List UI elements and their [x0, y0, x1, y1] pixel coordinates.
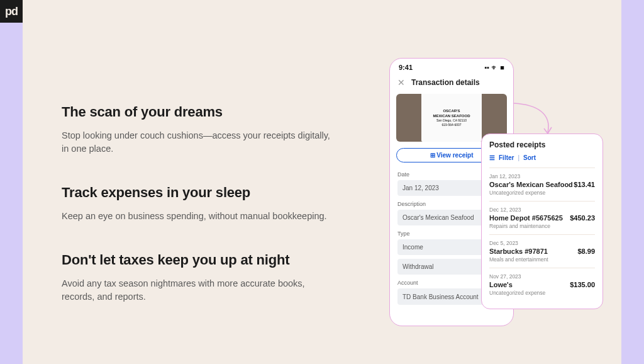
- section-body: Stop looking under couch cushions—access…: [62, 129, 332, 156]
- close-icon: ✕: [397, 77, 405, 88]
- receipt-amount: $13.41: [574, 181, 595, 188]
- receipt-name: Starbucks #97871: [489, 247, 548, 255]
- page-card: The scan of your dreams Stop looking und…: [23, 0, 621, 364]
- phone-title: Transaction details: [411, 78, 480, 87]
- section-track: Track expenses in your sleep Keep an eye…: [62, 185, 332, 223]
- arrow-swoop-icon: [510, 101, 557, 139]
- section-heading: The scan of your dreams: [62, 104, 332, 120]
- section-body: Keep an eye on business spending, withou…: [62, 210, 332, 223]
- receipt-date: Dec 5, 2023: [489, 240, 595, 246]
- filter-label: Filter: [499, 154, 514, 161]
- receipt-name: Lowe's: [489, 281, 513, 288]
- sort-label: Sort: [523, 154, 536, 161]
- receipt-amount: $135.00: [570, 281, 595, 288]
- status-icons: ▪▪ ᯤ ■: [484, 64, 504, 71]
- filter-icon: ☰: [489, 154, 495, 161]
- receipt-category: Uncategorized expense: [489, 290, 595, 296]
- section-scan: The scan of your dreams Stop looking und…: [62, 104, 332, 156]
- section-heading: Track expenses in your sleep: [62, 185, 332, 201]
- receipt-category: Repairs and maintenance: [489, 223, 595, 229]
- receipt-date: Nov 27, 2023: [489, 273, 595, 280]
- receipt-item: Dec 5, 2023 Starbucks #97871 $8.99 Meals…: [489, 234, 595, 268]
- logo-badge: pd: [0, 0, 23, 23]
- receipts-title: Posted receipts: [489, 140, 595, 149]
- receipt-item: Dec 12, 2023 Home Depot #5675625 $450.23…: [489, 201, 595, 234]
- receipt-category: Meals and entertainment: [489, 256, 595, 263]
- separator: |: [518, 154, 519, 161]
- receipt-date: Dec 12, 2023: [489, 207, 595, 213]
- marketing-copy: The scan of your dreams Stop looking und…: [62, 104, 332, 304]
- receipt-category: Uncategorized expense: [489, 190, 595, 196]
- receipt-amount: $450.23: [570, 214, 595, 222]
- receipt-amount: $8.99: [577, 247, 595, 255]
- section-taxes: Don't let taxes keep you up at night Avo…: [62, 252, 332, 304]
- phone-status-bar: 9:41 ▪▪ ᯤ ■: [390, 59, 513, 74]
- status-time: 9:41: [399, 64, 413, 71]
- filter-sort-row: ☰ Filter | Sort: [489, 154, 595, 161]
- receipt-item: Jan 12, 2023 Oscar's Mexican Seafood $13…: [489, 168, 595, 201]
- posted-receipts-card: Posted receipts ☰ Filter | Sort Jan 12, …: [481, 134, 603, 309]
- section-body: Avoid any tax season nightmares with mor…: [62, 277, 332, 304]
- receipt-paper: OSCAR'S MEXICAN SEAFOOD San Diego, CA 92…: [421, 94, 482, 142]
- phone-header: ✕ Transaction details: [390, 74, 513, 94]
- receipt-name: Home Depot #5675625: [489, 214, 563, 222]
- receipt-name: Oscar's Mexican Seafood: [489, 181, 573, 188]
- receipt-item: Nov 27, 2023 Lowe's $135.00 Uncategorize…: [489, 268, 595, 301]
- receipt-date: Jan 12, 2023: [489, 173, 595, 179]
- section-heading: Don't let taxes keep you up at night: [62, 252, 332, 268]
